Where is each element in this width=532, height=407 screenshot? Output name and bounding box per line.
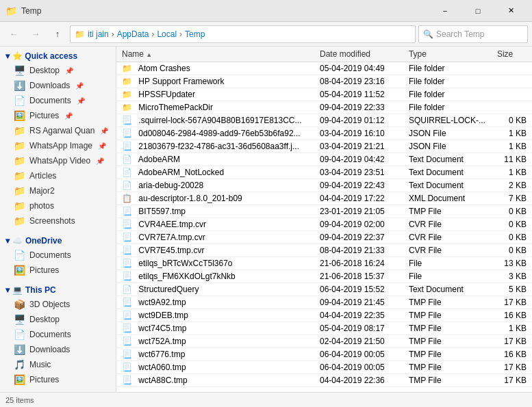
sidebar-item-pc-downloads[interactable]: ⬇️ Downloads	[0, 342, 116, 357]
file-name-label: CVR7E7A.tmp.cvr	[138, 233, 205, 242]
file-size-cell: 7 KB	[492, 192, 532, 205]
table-row[interactable]: 📄 StructuredQuery 06-04-2019 15:52 Text …	[116, 283, 532, 296]
sidebar-item-desktop[interactable]: 🖥️ Desktop 📌	[0, 63, 116, 78]
file-type-cell: CVR File	[403, 231, 492, 244]
table-row[interactable]: 📃 BIT5597.tmp 23-01-2019 21:05 TMP File …	[116, 205, 532, 218]
file-name-cell: 📄 StructuredQuery	[116, 283, 314, 296]
table-row[interactable]: 📃 0d008046-2984-4989-add9-76eb53b6fa92..…	[116, 127, 532, 140]
status-bar: 25 items	[0, 392, 532, 407]
col-header-name[interactable]: Name ▲	[116, 47, 314, 62]
file-type-cell: TMP File	[403, 348, 492, 361]
table-row[interactable]: 📃 wct752A.tmp 02-04-2019 21:50 TMP File …	[116, 335, 532, 348]
file-name-label: BIT5597.tmp	[138, 207, 186, 216]
file-name-label: wctA88C.tmp	[138, 376, 187, 385]
file-type-cell: Text Document	[403, 179, 492, 192]
file-size-cell: 17 KB	[492, 361, 532, 374]
table-row[interactable]: 📄 aria-debug-20028 09-04-2019 22:43 Text…	[116, 179, 532, 192]
search-bar[interactable]: 🔍 Search Temp	[418, 25, 528, 43]
breadcrumb-root[interactable]: iti jain	[88, 29, 109, 39]
forward-button[interactable]: →	[26, 25, 45, 44]
file-name-cell: 📃 BIT5597.tmp	[116, 205, 314, 218]
file-icon: 📃	[122, 207, 132, 216]
file-icon: 📋	[122, 194, 132, 203]
file-size-cell	[492, 101, 532, 114]
col-header-type[interactable]: Type	[403, 47, 492, 62]
sidebar-item-major2[interactable]: 📁 Major2	[0, 183, 116, 198]
file-size-cell: 17 KB	[492, 374, 532, 387]
table-row[interactable]: 📃 wct9A92.tmp 09-04-2019 21:45 TMP File …	[116, 296, 532, 309]
sidebar-item-pictures[interactable]: 🖼️ Pictures 📌	[0, 108, 116, 123]
sidebar-item-pc-desktop[interactable]: 🖥️ Desktop	[0, 312, 116, 327]
breadcrumb-local[interactable]: Local	[157, 29, 177, 39]
sidebar-item-rs-agarwal[interactable]: 📁 RS Agarwal Quan 📌	[0, 123, 116, 138]
file-size-cell	[492, 75, 532, 88]
file-name-label: wct74C5.tmp	[138, 324, 186, 333]
folder-icon-screenshots: 📁	[14, 215, 25, 226]
file-type-cell: CVR File	[403, 218, 492, 231]
table-row[interactable]: 📃 wct74C5.tmp 05-04-2019 08:17 TMP File …	[116, 322, 532, 335]
table-row[interactable]: 📄 AdobeARM_NotLocked 03-04-2019 23:51 Te…	[116, 166, 532, 179]
sidebar-item-articles[interactable]: 📁 Articles	[0, 168, 116, 183]
sidebar-item-pc-pictures[interactable]: 🖼️ Pictures	[0, 372, 116, 387]
table-row[interactable]: 📃 CVR4AEE.tmp.cvr 09-04-2019 02:00 CVR F…	[116, 218, 532, 231]
table-row[interactable]: 📁 HPSSFUpdater 05-04-2019 11:52 File fol…	[116, 88, 532, 101]
sidebar-item-screenshots[interactable]: 📁 Screenshots	[0, 213, 116, 228]
sidebar-item-od-pictures[interactable]: 🖼️ Pictures	[0, 263, 116, 278]
address-bar[interactable]: 📁 iti jain › AppData › Local › Temp	[70, 25, 416, 43]
file-size-cell: 1 KB	[492, 140, 532, 153]
up-button[interactable]: ↑	[48, 25, 67, 44]
table-row[interactable]: 📁 MicroThemePackDir 09-04-2019 22:33 Fil…	[116, 101, 532, 114]
file-name-cell: 📃 etilqs_bRTcWxCcT5l367o	[116, 257, 314, 270]
sidebar-item-documents[interactable]: 📄 Documents 📌	[0, 93, 116, 108]
folder-icon: 📁	[5, 5, 17, 16]
col-header-size[interactable]: Size	[492, 47, 532, 62]
table-row[interactable]: 📃 wct9DEB.tmp 04-04-2019 22:35 TMP File …	[116, 309, 532, 322]
sidebar-item-3d-objects[interactable]: 📦 3D Objects	[0, 297, 116, 312]
maximize-button[interactable]: □	[462, 0, 494, 22]
table-row[interactable]: 📁 HP Support Framework 08-04-2019 23:16 …	[116, 75, 532, 88]
table-row[interactable]: 📃 wctA060.tmp 06-04-2019 00:05 TMP File …	[116, 361, 532, 374]
breadcrumb-appdata[interactable]: AppData	[117, 29, 149, 39]
file-size-cell: 0 KB	[492, 231, 532, 244]
sidebar-item-pc-documents[interactable]: 📄 Documents	[0, 327, 116, 342]
documents-icon: 📄	[14, 95, 25, 106]
table-row[interactable]: 📃 .squirrel-lock-567A904B80B16917E813CC.…	[116, 114, 532, 127]
sidebar-item-downloads[interactable]: ⬇️ Downloads 📌	[0, 78, 116, 93]
table-row[interactable]: 📋 au-descriptor-1.8.0_201-b09 04-04-2019…	[116, 192, 532, 205]
file-date-cell: 09-04-2019 04:42	[314, 153, 403, 166]
file-type-cell: SQUIRREL-LOCK-...	[403, 114, 492, 127]
table-row[interactable]: 📁 Atom Crashes 05-04-2019 04:49 File fol…	[116, 62, 532, 75]
table-row[interactable]: 📃 etilqs_FM6XKdOLgt7kNkb 21-06-2018 15:3…	[116, 270, 532, 283]
table-row[interactable]: 📃 21803679-f232-4786-ac31-36d5608aa3ff.j…	[116, 140, 532, 153]
sidebar-item-photos[interactable]: 📁 photos	[0, 198, 116, 213]
breadcrumb-temp[interactable]: Temp	[185, 29, 205, 39]
item-count: 25 items	[5, 396, 34, 404]
folder-icon-articles: 📁	[14, 170, 25, 181]
sidebar-item-whatsapp-video[interactable]: 📁 WhatsApp Video 📌	[0, 153, 116, 168]
table-row[interactable]: 📃 CVR7E7A.tmp.cvr 09-04-2019 22:37 CVR F…	[116, 231, 532, 244]
table-row[interactable]: 📃 wctA88C.tmp 04-04-2019 22:36 TMP File …	[116, 374, 532, 387]
table-row[interactable]: 📃 etilqs_bRTcWxCcT5l367o 21-06-2018 16:2…	[116, 257, 532, 270]
minimize-button[interactable]: −	[429, 0, 461, 22]
onedrive-header[interactable]: ▾ ☁️ OneDrive	[0, 234, 116, 248]
file-name-label: CVR4AEE.tmp.cvr	[138, 220, 206, 229]
col-header-date[interactable]: Date modified	[314, 47, 403, 62]
folder-icon-photos: 📁	[14, 200, 25, 211]
close-button[interactable]: ✕	[495, 0, 527, 22]
file-type-cell: JSON File	[403, 127, 492, 140]
table-row[interactable]: 📃 CVR7E45.tmp.cvr 08-04-2019 21:33 CVR F…	[116, 244, 532, 257]
file-name-label: wctA060.tmp	[138, 363, 186, 372]
file-type-cell: File folder	[403, 75, 492, 88]
file-name-label: AdobeARM_NotLocked	[138, 168, 224, 177]
table-row[interactable]: 📄 AdobeARM 09-04-2019 04:42 Text Documen…	[116, 153, 532, 166]
thispc-header[interactable]: ▾ 💻 This PC	[0, 283, 116, 297]
quick-access-header[interactable]: ▾ ⭐ Quick access	[0, 49, 116, 63]
back-button[interactable]: ←	[4, 25, 23, 44]
file-date-cell: 09-04-2019 22:37	[314, 231, 403, 244]
file-list-scroll[interactable]: Name ▲ Date modified Type Size 📁 Atom Cr…	[116, 47, 532, 392]
sidebar-item-whatsapp-image[interactable]: 📁 WhatsApp Image 📌	[0, 138, 116, 153]
sidebar-item-pc-music[interactable]: 🎵 Music	[0, 357, 116, 372]
table-row[interactable]: 📃 wct6776.tmp 06-04-2019 00:05 TMP File …	[116, 348, 532, 361]
sidebar-item-od-documents[interactable]: 📄 Documents	[0, 248, 116, 263]
file-name-label: HP Support Framework	[138, 77, 224, 86]
